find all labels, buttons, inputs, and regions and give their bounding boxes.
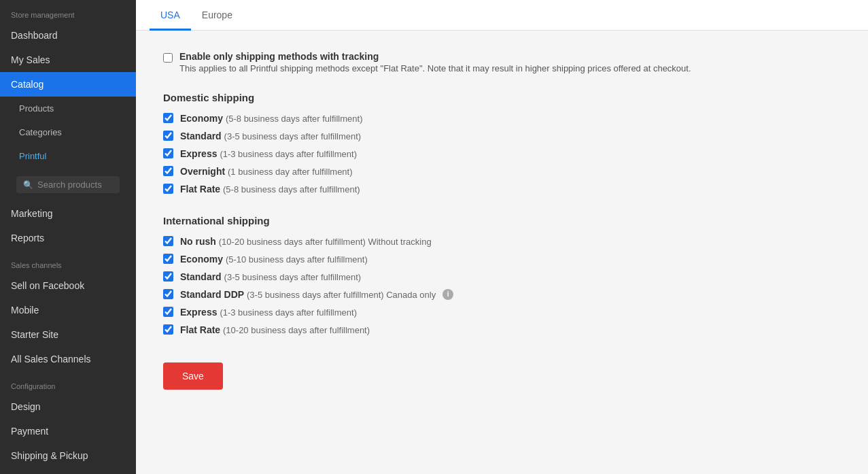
domestic-express-checkbox[interactable] [163,148,173,158]
sidebar-item-categories[interactable]: Categories [0,120,136,144]
domestic-option-standard: Standard (3-5 business days after fulfil… [163,131,721,141]
intl-flat-rate-name: Flat Rate [180,324,220,335]
store-management-label: Store management [0,0,136,23]
domestic-standard-checkbox[interactable] [163,131,173,141]
sidebar-item-my-sales[interactable]: My Sales [0,48,136,72]
intl-express-checkbox[interactable] [163,307,173,317]
sidebar-item-shipping-pickup[interactable]: Shipping & Pickup [0,443,136,468]
intl-flat-rate-checkbox[interactable] [163,324,173,335]
domestic-option-overnight: Overnight (1 business day after fulfillm… [163,166,721,177]
intl-economy-name: Economy [180,254,223,265]
main-content: USA Europe Enable only shipping methods … [136,0,868,474]
intl-option-standard: Standard (3-5 business days after fulfil… [163,271,721,282]
tab-europe[interactable]: Europe [191,0,243,31]
domestic-flatrate-checkbox[interactable] [163,184,173,194]
sidebar-item-dashboard[interactable]: Dashboard [0,23,136,48]
intl-economy-checkbox[interactable] [163,254,173,264]
domestic-shipping-title: Domestic shipping [163,92,721,103]
intl-flat-rate-detail: (10-20 business days after fulfillment) [223,325,370,335]
intl-standard-ddp-detail: (3-5 business days after fulfillment) Ca… [247,290,436,300]
domestic-economy-name: Economy [180,113,223,124]
sidebar: Store management Dashboard My Sales Cata… [0,0,136,474]
intl-no-rush-name: No rush [180,236,216,247]
search-container: 🔍 [5,171,131,199]
sidebar-item-catalog[interactable]: Catalog [0,72,136,97]
tracking-label: Enable only shipping methods with tracki… [179,51,691,62]
content-area: Enable only shipping methods with tracki… [136,31,748,410]
intl-option-standard-ddp: Standard DDP (3-5 business days after fu… [163,289,721,300]
domestic-option-express: Express (1-3 business days after fulfill… [163,148,721,159]
save-button[interactable]: Save [163,362,223,390]
sidebar-item-mobile[interactable]: Mobile [0,298,136,322]
sidebar-item-all-sales-channels[interactable]: All Sales Channels [0,347,136,371]
sidebar-item-payment[interactable]: Payment [0,419,136,443]
intl-standard-detail: (3-5 business days after fulfillment) [224,272,362,282]
domestic-overnight-detail: (1 business day after fulfillment) [228,167,353,177]
configuration-label: Configuration [0,371,136,394]
international-shipping-title: International shipping [163,215,721,226]
intl-option-no-rush: No rush (10-20 business days after fulfi… [163,236,721,247]
tab-usa[interactable]: USA [150,0,191,31]
intl-option-economy: Economy (5-10 business days after fulfil… [163,254,721,265]
intl-standard-checkbox[interactable] [163,271,173,282]
standard-ddp-info-icon[interactable]: i [442,289,453,300]
sidebar-item-printful[interactable]: Printful [0,144,136,168]
domestic-standard-name: Standard [180,131,222,141]
tabs-bar: USA Europe [136,0,868,31]
search-input[interactable] [37,180,113,190]
intl-option-flat-rate: Flat Rate (10-20 business days after ful… [163,324,721,335]
domestic-flatrate-name: Flat Rate [180,184,220,194]
intl-express-detail: (1-3 business days after fulfillment) [220,307,357,318]
intl-option-express: Express (1-3 business days after fulfill… [163,307,721,318]
international-shipping-section: International shipping No rush (10-20 bu… [163,215,721,335]
tracking-desc: This applies to all Printful shipping me… [179,63,691,73]
sidebar-item-marketing[interactable]: Marketing [0,201,136,226]
intl-express-name: Express [180,307,217,318]
intl-economy-detail: (5-10 business days after fulfillment) [226,254,368,265]
tracking-section: Enable only shipping methods with tracki… [163,51,721,75]
sales-channels-label: Sales channels [0,250,136,273]
intl-standard-ddp-name: Standard DDP [180,289,244,300]
domestic-express-detail: (1-3 business days after fulfillment) [220,149,357,159]
sidebar-item-products[interactable]: Products [0,97,136,120]
domestic-shipping-section: Domestic shipping Economy (5-8 business … [163,92,721,194]
domestic-express-name: Express [180,148,217,159]
domestic-standard-detail: (3-5 business days after fulfillment) [224,131,362,141]
domestic-economy-checkbox[interactable] [163,113,173,123]
sidebar-item-starter-site[interactable]: Starter Site [0,322,136,347]
tracking-checkbox[interactable] [163,53,173,63]
intl-no-rush-detail: (10-20 business days after fulfillment) … [219,237,432,247]
sidebar-item-settings[interactable]: Settings [0,468,136,474]
domestic-option-economy: Economy (5-8 business days after fulfill… [163,113,721,124]
sidebar-item-sell-facebook[interactable]: Sell on Facebook [0,273,136,298]
search-icon: 🔍 [23,180,33,190]
domestic-option-flat-rate: Flat Rate (5-8 business days after fulfi… [163,184,721,194]
domestic-flatrate-detail: (5-8 business days after fulfillment) [223,184,360,194]
sidebar-item-design[interactable]: Design [0,394,136,419]
intl-standard-name: Standard [180,271,222,282]
domestic-economy-detail: (5-8 business days after fulfillment) [226,114,363,124]
sidebar-item-reports[interactable]: Reports [0,226,136,250]
domestic-overnight-checkbox[interactable] [163,166,173,176]
domestic-overnight-name: Overnight [180,166,225,177]
intl-no-rush-checkbox[interactable] [163,236,173,246]
intl-standard-ddp-checkbox[interactable] [163,289,173,299]
